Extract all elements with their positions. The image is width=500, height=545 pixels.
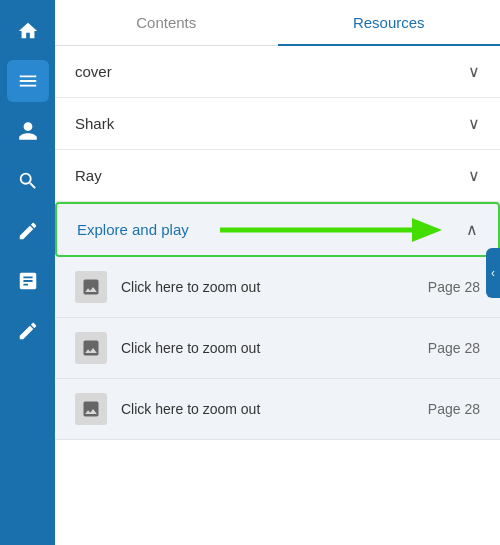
tabs: Contents Resources (55, 0, 500, 46)
sidebar-item-home[interactable] (7, 10, 49, 52)
image-icon (75, 332, 107, 364)
image-icon (75, 393, 107, 425)
svg-marker-1 (412, 218, 442, 242)
sub-item-2[interactable]: Click here to zoom out Page 28 (55, 318, 500, 379)
right-edge-tab[interactable]: ‹ (486, 248, 500, 298)
chevron-down-icon: ∨ (468, 62, 480, 81)
sidebar-item-search[interactable] (7, 160, 49, 202)
sub-items: Click here to zoom out Page 28 Click her… (55, 257, 500, 440)
chevron-up-icon: ∧ (466, 220, 478, 239)
chevron-down-icon: ∨ (468, 114, 480, 133)
main-panel: Contents Resources cover ∨ Shark ∨ Ray ∨ (55, 0, 500, 545)
sub-item-1[interactable]: Click here to zoom out Page 28 (55, 257, 500, 318)
sub-item-3[interactable]: Click here to zoom out Page 28 (55, 379, 500, 440)
list-row-ray[interactable]: Ray ∨ (55, 150, 500, 202)
tab-resources[interactable]: Resources (278, 0, 501, 45)
chevron-down-icon: ∨ (468, 166, 480, 185)
sidebar-item-menu[interactable] (7, 60, 49, 102)
list-row-explore-and-play[interactable]: Explore and play ∧ (55, 202, 500, 257)
sidebar-item-edit[interactable] (7, 210, 49, 252)
list-row-cover[interactable]: cover ∨ (55, 46, 500, 98)
image-icon (75, 271, 107, 303)
sidebar-item-user[interactable] (7, 110, 49, 152)
sidebar-item-pencil[interactable] (7, 310, 49, 352)
green-arrow-icon (212, 212, 452, 248)
list: cover ∨ Shark ∨ Ray ∨ Explore and play (55, 46, 500, 545)
content-wrapper: Contents Resources cover ∨ Shark ∨ Ray ∨ (55, 0, 500, 545)
sidebar (0, 0, 55, 545)
sidebar-item-note[interactable] (7, 260, 49, 302)
list-row-shark[interactable]: Shark ∨ (55, 98, 500, 150)
tab-contents[interactable]: Contents (55, 0, 278, 45)
explore-and-play-container: Explore and play ∧ (55, 202, 500, 257)
right-tab-arrow-icon: ‹ (491, 266, 495, 280)
